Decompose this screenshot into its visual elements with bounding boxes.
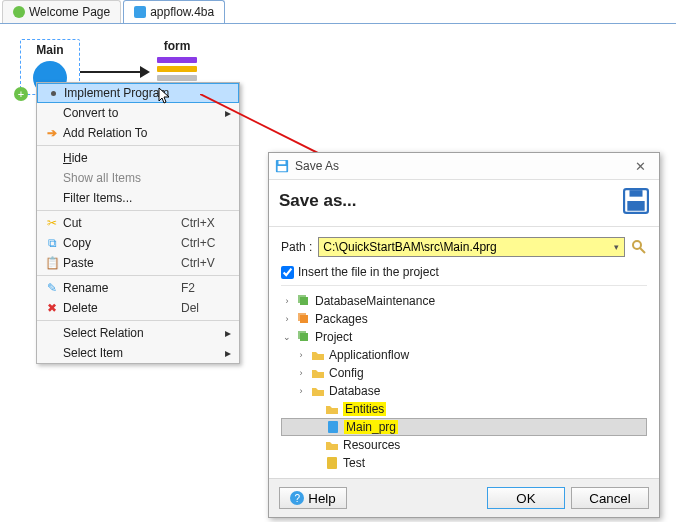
context-menu: Implement Program Convert to ▸ ➔ Add Rel… [36, 82, 240, 364]
twist-icon[interactable]: › [295, 368, 307, 378]
tab-label: Welcome Page [29, 5, 110, 19]
welcome-icon [13, 6, 25, 18]
svg-rect-10 [298, 295, 306, 303]
menu-hide[interactable]: Hide [37, 148, 239, 168]
arrow-line-icon [80, 71, 140, 73]
close-icon: ✕ [635, 159, 646, 174]
tab-bar: Welcome Page appflow.4ba [0, 0, 676, 24]
menu-implement-program[interactable]: Implement Program [37, 83, 239, 103]
folder-icon [325, 438, 339, 452]
svg-rect-15 [328, 421, 338, 433]
menu-cut[interactable]: ✂ Cut Ctrl+X [37, 213, 239, 233]
dropdown-icon[interactable]: ▾ [608, 242, 624, 252]
svg-rect-12 [298, 313, 306, 321]
tree-item-project[interactable]: ⌄ Project [281, 328, 647, 346]
dialog-footer: ? Help OK Cancel [269, 478, 659, 517]
svg-rect-5 [630, 190, 643, 197]
svg-rect-6 [627, 201, 644, 211]
twist-icon[interactable]: › [295, 386, 307, 396]
copy-icon: ⧉ [41, 236, 63, 250]
tree-item-resources[interactable]: Resources [281, 436, 647, 454]
submenu-arrow-icon: ▸ [225, 346, 231, 360]
main-node-label: Main [21, 40, 79, 57]
help-icon: ? [290, 491, 304, 505]
delete-icon: ✖ [41, 301, 63, 315]
dialog-title: Save As [295, 159, 625, 173]
path-row: Path : ▾ [281, 237, 647, 257]
tree-item-packages[interactable]: › Packages [281, 310, 647, 328]
cut-icon: ✂ [41, 216, 63, 230]
dialog-header: Save as... [269, 180, 659, 227]
dialog-heading: Save as... [279, 191, 623, 211]
menu-separator [37, 210, 239, 211]
menu-select-relation[interactable]: Select Relation ▸ [37, 323, 239, 343]
close-button[interactable]: ✕ [625, 156, 655, 176]
arrow-icon: ➔ [41, 126, 63, 140]
ok-button[interactable]: OK [487, 487, 565, 509]
tab-appflow[interactable]: appflow.4ba [123, 0, 225, 23]
folder-icon [325, 402, 339, 416]
insert-checkbox-input[interactable] [281, 266, 294, 279]
tree-item-entities[interactable]: Entities [281, 400, 647, 418]
save-as-dialog: Save As ✕ Save as... Path : ▾ [268, 152, 660, 518]
dialog-titlebar[interactable]: Save As ✕ [269, 153, 659, 180]
menu-delete[interactable]: ✖ Delete Del [37, 298, 239, 318]
tree-item-main-prg[interactable]: Main_prg [281, 418, 647, 436]
twist-icon[interactable]: › [281, 314, 293, 324]
dialog-body: Path : ▾ Insert the file in the project … [269, 227, 659, 478]
save-icon [275, 159, 289, 173]
browse-button[interactable] [631, 239, 647, 255]
svg-rect-3 [278, 166, 287, 171]
tree-item-database[interactable]: › Database [281, 382, 647, 400]
file-icon [134, 6, 146, 18]
tree-item-applicationflow[interactable]: › Applicationflow [281, 346, 647, 364]
package-icon [297, 312, 311, 326]
path-combo[interactable]: ▾ [318, 237, 625, 257]
path-label: Path : [281, 240, 312, 254]
file-icon [326, 420, 340, 434]
folder-icon [311, 348, 325, 362]
twist-icon[interactable]: ⌄ [281, 332, 293, 342]
menu-show-all-items: Show all Items [37, 168, 239, 188]
form-node-icon [157, 57, 197, 81]
svg-rect-16 [327, 457, 337, 469]
menu-separator [37, 275, 239, 276]
menu-add-relation-to[interactable]: ➔ Add Relation To [37, 123, 239, 143]
add-badge-icon[interactable]: + [14, 87, 28, 101]
project-tree[interactable]: › DatabaseMaintenance › Packages ⌄ Proje… [281, 285, 647, 472]
tree-item-databasemaintenance[interactable]: › DatabaseMaintenance [281, 292, 647, 310]
submenu-arrow-icon: ▸ [225, 106, 231, 120]
menu-select-item[interactable]: Select Item ▸ [37, 343, 239, 363]
twist-icon[interactable]: › [295, 350, 307, 360]
menu-copy[interactable]: ⧉ Copy Ctrl+C [37, 233, 239, 253]
floppy-icon [623, 188, 649, 214]
twist-icon[interactable]: › [281, 296, 293, 306]
menu-filter-items[interactable]: Filter Items... [37, 188, 239, 208]
paste-icon: 📋 [41, 256, 63, 270]
menu-separator [37, 320, 239, 321]
svg-point-7 [633, 241, 641, 249]
help-button[interactable]: ? Help [279, 487, 347, 509]
menu-convert-to[interactable]: Convert to ▸ [37, 103, 239, 123]
path-input[interactable] [319, 239, 608, 255]
svg-rect-14 [298, 331, 306, 339]
menu-paste[interactable]: 📋 Paste Ctrl+V [37, 253, 239, 273]
submenu-arrow-icon: ▸ [225, 326, 231, 340]
file-icon [325, 456, 339, 470]
package-icon [297, 294, 311, 308]
package-icon [297, 330, 311, 344]
tab-welcome[interactable]: Welcome Page [2, 0, 121, 23]
folder-icon [311, 384, 325, 398]
cancel-button[interactable]: Cancel [571, 487, 649, 509]
tree-item-config[interactable]: › Config [281, 364, 647, 382]
menu-rename[interactable]: ✎ Rename F2 [37, 278, 239, 298]
insert-checkbox-label: Insert the file in the project [298, 265, 439, 279]
diagram-canvas[interactable]: Main + form Implement Program Convert to… [0, 24, 676, 522]
form-node[interactable]: form [152, 39, 202, 84]
arrow-head-icon [140, 66, 150, 78]
bullet-icon [42, 91, 64, 96]
insert-in-project-checkbox[interactable]: Insert the file in the project [281, 265, 647, 279]
tree-item-test[interactable]: Test [281, 454, 647, 472]
folder-icon [311, 366, 325, 380]
relation-arrow[interactable] [80, 66, 150, 78]
